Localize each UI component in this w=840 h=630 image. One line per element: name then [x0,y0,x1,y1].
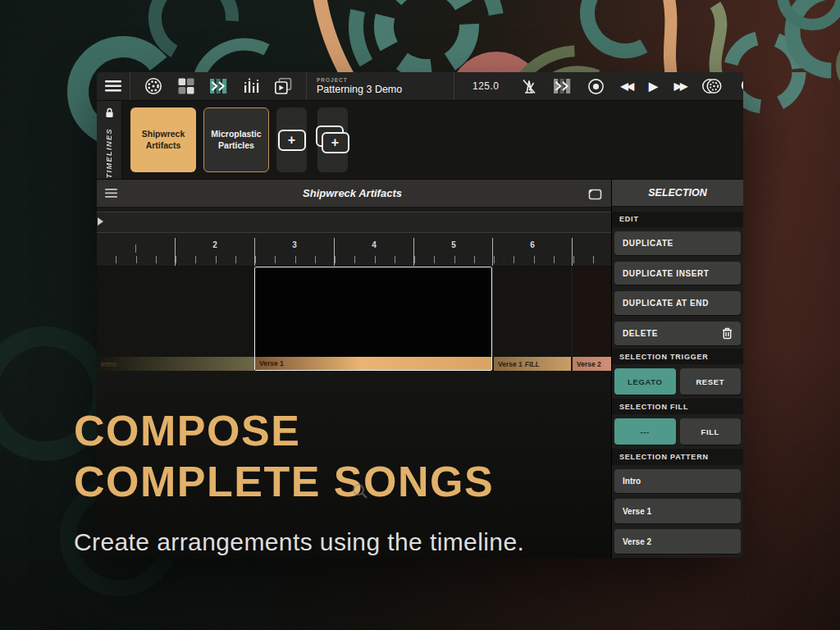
selection-trigger-header: SELECTION TRIGGER [612,349,743,364]
pattern-verse1-button[interactable]: Verse 1 [614,499,741,523]
app-window: PROJECT Patterning 3 Demo 125.0 ◀◀ ▶ ▶▶ [97,72,743,558]
clip-verse1-fill[interactable]: Verse 1 FILL [494,267,571,371]
pattern-chain-icon[interactable] [554,79,571,94]
lock-icon[interactable] [105,107,114,118]
scene-launcher-icon[interactable] [275,78,292,94]
clip-verse1-selected[interactable]: Verse 1 [254,267,492,371]
timeline-editor: Shipwreck Artifacts 2 3 4 [97,180,611,558]
timeline-menu-icon[interactable] [105,189,117,198]
timeline-title: Shipwreck Artifacts [117,187,587,199]
clip-label: Intro [101,360,116,368]
plus-icon: + [322,132,349,153]
main-area: Shipwreck Artifacts 2 3 4 [97,180,743,558]
timeline-navigator[interactable] [97,212,611,233]
top-toolbar: PROJECT Patterning 3 Demo 125.0 ◀◀ ▶ ▶▶ [97,72,743,101]
pattern-verse2-button[interactable]: Verse 2 [614,529,741,554]
drum-machine-icon[interactable] [144,77,162,95]
clip-label-suffix: FILL [525,360,540,368]
fill-button[interactable]: FILL [680,418,742,445]
selection-fill-header: SELECTION FILL [612,399,743,414]
add-timeline-button[interactable]: + [276,107,307,172]
play-button[interactable]: ▶ [649,80,658,93]
clip-label: Verse 1 [259,359,284,368]
selection-pattern-header: SELECTION PATTERN [612,449,743,464]
clip-label-bar: Verse 2 [573,357,611,371]
timeline-ruler: 2 3 4 5 6 [97,233,611,267]
menu-icon[interactable] [97,80,130,92]
metronome-muted-icon[interactable] [521,79,537,94]
clip-body [573,267,611,357]
ruler-number: 6 [530,240,535,249]
selection-panel: SELECTION EDIT DUPLICATE DUPLICATE INSER… [611,180,743,558]
playhead-icon [98,217,103,226]
fast-forward-button[interactable]: ▶▶ [674,80,686,92]
view-switcher [130,77,306,95]
clip-intro[interactable]: Intro [97,267,254,371]
timeline-cards: Shipwreck Artifacts Microplastic Particl… [122,101,348,179]
clip-body [494,267,571,357]
timeline-view-icon-active[interactable] [210,79,227,94]
empty-track-area[interactable] [97,371,611,558]
duplicate-insert-button[interactable]: DUPLICATE INSERT [614,262,741,285]
clip-label: Verse 1 [498,360,523,368]
duplicate-button[interactable]: DUPLICATE [614,231,741,255]
tempo-display[interactable]: 125.0 [454,80,511,92]
legato-button[interactable]: LEGATO [614,368,676,395]
ruler-number: 3 [292,240,297,249]
clip-label-bar: Intro [97,357,254,371]
ruler-number: 4 [372,240,377,249]
clip-label: Verse 2 [577,360,601,368]
trigger-options: LEGATO RESET [614,368,741,395]
reset-button[interactable]: RESET [680,368,742,395]
song-mode-icon[interactable] [702,77,723,95]
clip-label-bar: Verse 1 FILL [494,357,571,371]
timeline-header: Shipwreck Artifacts [97,180,611,208]
loop-icon[interactable] [587,187,603,200]
plus-icon: + [278,130,306,151]
timelines-rail: TIMELINES [97,101,122,179]
clip-body [255,267,491,357]
ruler-minor-ticks [97,256,611,263]
record-button[interactable] [587,78,605,95]
pattern-grid-icon[interactable] [178,78,194,94]
pattern-intro-button[interactable]: Intro [614,469,741,494]
timeline-card-microplastic[interactable]: Microplastic Particles [203,107,269,172]
add-drum-icon[interactable] [739,77,743,95]
duplicate-timeline-button[interactable]: + [317,107,348,172]
delete-button[interactable]: DELETE [614,322,741,345]
timelines-row: TIMELINES Shipwreck Artifacts Microplast… [97,101,743,180]
duplicate-at-end-button[interactable]: DUPLICATE AT END [614,291,741,315]
fill-none-button[interactable]: --- [614,418,676,445]
ruler-number: 5 [451,240,456,249]
clip-verse2[interactable]: Verse 2 [573,267,611,371]
project-display[interactable]: PROJECT Patterning 3 Demo [307,77,454,95]
edit-section-header: EDIT [612,212,743,227]
timelines-rail-label: TIMELINES [105,128,113,179]
rewind-button[interactable]: ◀◀ [621,80,632,92]
bar-tick [135,244,136,253]
clip-lane: Intro Verse 1 Verse 1 FILL [97,267,611,371]
clip-body [97,267,254,357]
mixer-bars-icon[interactable] [243,78,259,94]
project-label: PROJECT [317,77,444,83]
trash-icon [722,327,733,340]
project-name: Patterning 3 Demo [317,84,444,95]
marketing-slide: PROJECT Patterning 3 Demo 125.0 ◀◀ ▶ ▶▶ [0,0,840,630]
selection-panel-title: SELECTION [612,180,743,207]
timeline-card-shipwreck[interactable]: Shipwreck Artifacts [130,107,196,172]
clip-label-bar: Verse 1 [255,357,491,370]
delete-label: DELETE [623,329,658,338]
fill-options: --- FILL [614,418,741,445]
ruler-number: 2 [212,240,217,249]
transport-controls: ◀◀ ▶ ▶▶ [511,77,743,95]
